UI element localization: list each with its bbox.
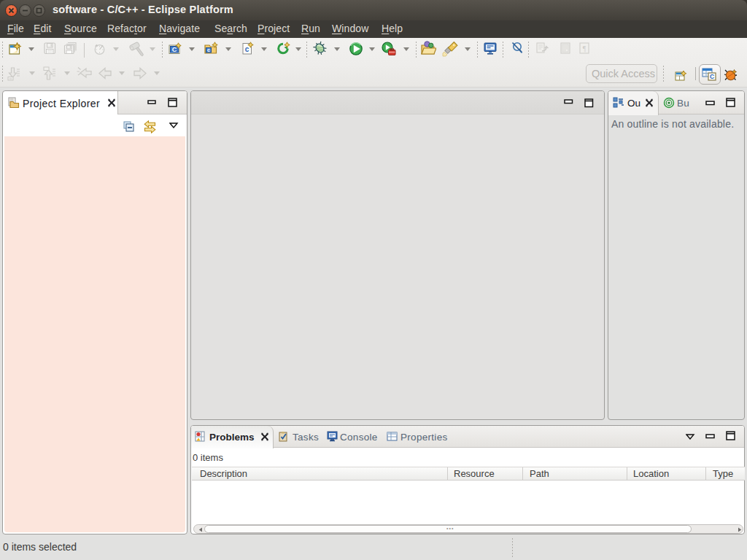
svg-text:¶: ¶ [583, 44, 587, 52]
svg-text:c: c [207, 47, 210, 53]
svg-text:C: C [172, 46, 177, 53]
svg-text:c: c [245, 45, 249, 53]
svg-text:C: C [710, 73, 714, 80]
